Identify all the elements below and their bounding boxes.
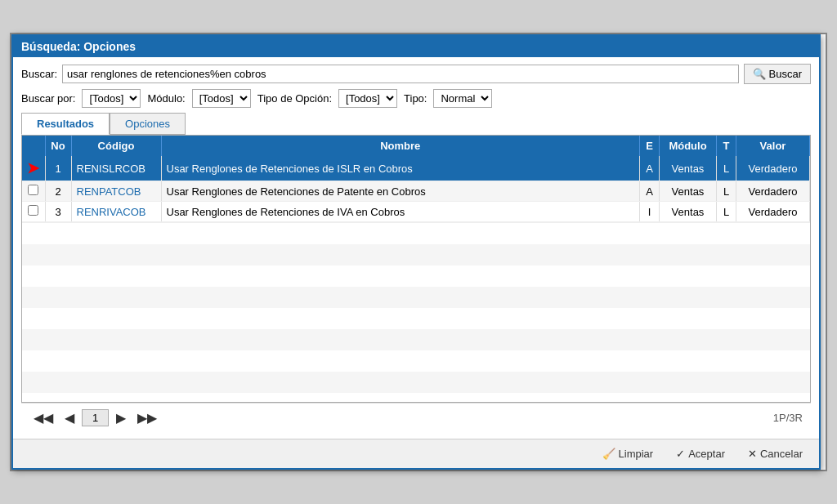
row-checkbox[interactable] <box>28 205 38 216</box>
row-num: 1 <box>45 156 71 181</box>
row-num: 2 <box>45 181 71 202</box>
tab-resultados[interactable]: Resultados <box>21 113 110 135</box>
search-label: Buscar: <box>21 68 57 80</box>
row-nombre: Usar Renglones de Retenciones de ISLR en… <box>161 156 640 181</box>
col-codigo: Código <box>71 136 161 156</box>
limpiar-button[interactable]: 🧹 Limpiar <box>598 444 659 463</box>
row-t: L <box>717 181 736 202</box>
row-nombre: Usar Renglones de Retenciones de IVA en … <box>161 202 640 222</box>
results-table-container: No Código Nombre E Módulo T Valor ➤1RENI… <box>21 135 811 403</box>
check-icon: ✓ <box>676 448 685 460</box>
codigo-link[interactable]: RENRIVACOB <box>77 206 146 218</box>
row-modulo: Ventas <box>660 202 717 222</box>
row-codigo[interactable]: RENISLRCOB <box>71 156 161 181</box>
row-codigo[interactable]: RENRIVACOB <box>71 202 161 222</box>
row-codigo[interactable]: RENPATCOB <box>71 181 161 202</box>
table-row[interactable]: ➤1RENISLRCOBUsar Renglones de Retencione… <box>22 156 810 181</box>
search-input[interactable] <box>62 65 738 83</box>
tabs: Resultados Opciones <box>21 113 811 135</box>
pagination: ◀◀ ◀ 1 ▶ ▶▶ 1P/3R <box>21 403 811 432</box>
tab-opciones[interactable]: Opciones <box>110 113 186 135</box>
codigo-link[interactable]: RENPATCOB <box>77 185 141 198</box>
col-valor: Valor <box>736 136 810 156</box>
row-num: 3 <box>45 202 71 222</box>
col-checkbox <box>22 136 45 156</box>
search-dialog: Búsqueda: Opciones Buscar: 🔍 Buscar Busc… <box>11 34 821 470</box>
tipo-select[interactable]: Normal <box>433 89 492 108</box>
row-t: L <box>717 156 736 181</box>
dialog-body: Buscar: 🔍 Buscar Buscar por: [Todos] Mód… <box>13 57 819 439</box>
row-e: A <box>640 181 660 202</box>
page-info: 1P/3R <box>773 412 803 424</box>
cancelar-button[interactable]: ✕ Cancelar <box>743 444 808 463</box>
tipo-label: Tipo: <box>404 92 427 105</box>
filter-row: Buscar por: [Todos] Módulo: [Todos] Tipo… <box>21 89 811 108</box>
search-button-label: Buscar <box>769 68 802 80</box>
col-num: No <box>45 136 71 156</box>
row-t: L <box>717 202 736 222</box>
buscar-por-select[interactable]: [Todos] <box>82 89 141 108</box>
dialog-wrapper: Búsqueda: Opciones Buscar: 🔍 Buscar Busc… <box>10 33 827 471</box>
col-modulo: Módulo <box>660 136 717 156</box>
current-page[interactable]: 1 <box>82 409 109 426</box>
codigo-link[interactable]: RENISLRCOB <box>77 163 146 175</box>
col-nombre: Nombre <box>161 136 640 156</box>
next-page-button[interactable]: ▶ <box>112 408 130 427</box>
row-valor: Verdadero <box>736 181 810 202</box>
row-e: A <box>640 156 660 181</box>
row-arrow-indicator: ➤ <box>27 160 39 176</box>
dialog-footer: 🧹 Limpiar ✓ Aceptar ✕ Cancelar <box>13 439 819 468</box>
dialog-title: Búsqueda: Opciones <box>13 36 819 57</box>
modulo-label: Módulo: <box>147 92 185 105</box>
row-nombre: Usar Renglones de Retenciones de Patente… <box>161 181 640 202</box>
prev-page-button[interactable]: ◀ <box>60 408 78 427</box>
aceptar-button[interactable]: ✓ Aceptar <box>671 444 730 463</box>
limpiar-icon: 🧹 <box>602 448 615 460</box>
modulo-select[interactable]: [Todos] <box>192 89 251 108</box>
first-page-button[interactable]: ◀◀ <box>29 408 57 427</box>
search-icon: 🔍 <box>753 68 766 80</box>
empty-rows <box>22 222 810 402</box>
row-modulo: Ventas <box>660 156 717 181</box>
buscar-por-label: Buscar por: <box>21 92 75 105</box>
row-valor: Verdadero <box>736 202 810 222</box>
row-valor: Verdadero <box>736 156 810 181</box>
col-t: T <box>717 136 736 156</box>
last-page-button[interactable]: ▶▶ <box>133 408 161 427</box>
col-e: E <box>640 136 660 156</box>
search-button[interactable]: 🔍 Buscar <box>744 64 811 84</box>
search-row: Buscar: 🔍 Buscar <box>21 64 811 84</box>
table-row[interactable]: 2RENPATCOBUsar Renglones de Retenciones … <box>22 181 810 202</box>
table-row[interactable]: 3RENRIVACOBUsar Renglones de Retenciones… <box>22 202 810 222</box>
row-e: I <box>640 202 660 222</box>
tipo-opcion-label: Tipo de Opción: <box>257 92 332 105</box>
results-table: No Código Nombre E Módulo T Valor ➤1RENI… <box>22 136 810 222</box>
row-modulo: Ventas <box>660 181 717 202</box>
close-icon: ✕ <box>748 448 757 460</box>
tipo-opcion-select[interactable]: [Todos] <box>338 89 397 108</box>
row-checkbox[interactable] <box>28 185 38 195</box>
